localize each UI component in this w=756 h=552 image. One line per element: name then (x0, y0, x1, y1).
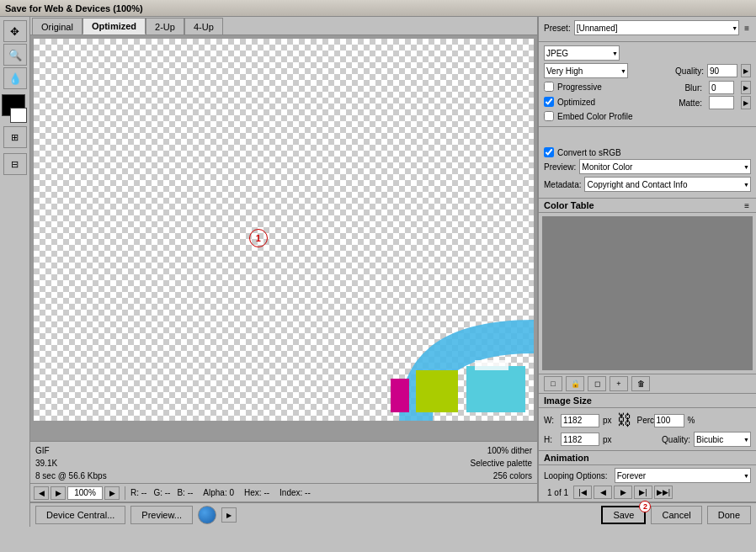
ct-lock-btn[interactable]: 🔒 (566, 376, 584, 391)
quality-preset-select[interactable]: Very High (544, 63, 628, 78)
preset-menu-icon[interactable]: ≡ (743, 24, 751, 33)
nav-prev-btn[interactable]: ◀ (34, 486, 49, 500)
image-map-tool[interactable]: ⊞ (3, 126, 27, 148)
index-label: Index: -- (280, 488, 311, 497)
quality-stepper-up[interactable]: ▶ (741, 64, 751, 77)
preview-label: Preview: (544, 162, 576, 172)
ct-snap-btn[interactable]: ◻ (588, 376, 606, 391)
quality-value[interactable] (707, 64, 737, 77)
title-bar: Save for Web & Devices (100%) (0, 0, 756, 17)
animation-title: Animation (544, 453, 589, 463)
device-central-btn[interactable]: Device Central... (35, 506, 125, 524)
anim-next-btn[interactable]: ▶| (634, 486, 652, 499)
color-table-title: Color Table (544, 200, 594, 210)
format-select-wrapper: JPEG (544, 45, 620, 61)
preview-select-wrapper: Monitor Color (579, 159, 751, 174)
embed-color-label: Embed Color Profile (557, 112, 632, 121)
color-table-header: Color Table ≡ (539, 199, 756, 213)
optimized-checkbox[interactable] (544, 97, 554, 107)
w-unit: px (603, 416, 612, 425)
hand-tool[interactable]: ✥ (3, 20, 27, 42)
convert-label: Convert to sRGB (557, 148, 621, 157)
zoom-tool[interactable]: 🔍 (3, 44, 27, 66)
quality-size-label: Quality: (662, 435, 690, 444)
matte-label: Matte: (679, 98, 702, 108)
looping-label: Looping Options: (544, 471, 608, 480)
cancel-btn[interactable]: Cancel (651, 506, 701, 524)
circle-marker-1: 1 (249, 229, 268, 247)
progressive-row: Progressive (544, 82, 602, 92)
metadata-label: Metadata: (544, 180, 581, 189)
animation-section: Animation Looping Options: Forever 1 of … (539, 450, 756, 502)
anim-end-btn[interactable]: ▶▶| (654, 486, 673, 499)
preset-select[interactable]: [Unnamed] (574, 20, 739, 35)
format-select[interactable]: JPEG (544, 45, 620, 61)
anim-playback: 1 of 1 |◀ ◀ ▶ ▶| ▶▶| (544, 486, 751, 499)
tabs-bar: Original Optimized 2-Up 4-Up (30, 17, 537, 35)
nav-arrow[interactable]: ▶ (221, 507, 237, 523)
tab-4up[interactable]: 4-Up (184, 18, 223, 34)
hex-label: Hex: -- (244, 488, 269, 497)
frame-counter: 1 of 1 (547, 488, 568, 497)
metadata-row: Metadata: Copyright and Contact Info (544, 177, 751, 192)
blur-stepper[interactable]: ▶ (741, 81, 751, 94)
globe-icon[interactable] (198, 506, 216, 524)
percent-input[interactable] (654, 414, 684, 427)
artwork-layer (382, 269, 534, 421)
convert-section: Convert to sRGB Preview: Monitor Color M… (539, 144, 756, 199)
preview-btn[interactable]: Preview... (130, 506, 193, 524)
h-unit: px (603, 435, 612, 444)
ct-new-btn[interactable]: □ (544, 376, 562, 391)
zoom-out-btn[interactable]: ▶ (104, 486, 120, 500)
right-panel: Preset: [Unnamed] ≡ JP (537, 17, 756, 502)
tab-original[interactable]: Original (32, 18, 83, 34)
format-row: JPEG (544, 45, 751, 61)
tab-2up[interactable]: 2-Up (146, 18, 184, 34)
image-size-header: Image Size (539, 394, 756, 408)
ct-delete-btn[interactable]: 🗑 (631, 376, 650, 391)
image-size-title: Image Size (544, 395, 592, 406)
slice-tool[interactable]: ⊟ (3, 153, 27, 175)
g-label: G: -- (153, 488, 170, 497)
convert-checkbox[interactable] (544, 147, 554, 157)
done-btn[interactable]: Done (707, 506, 751, 524)
progressive-label: Progressive (557, 82, 602, 92)
zoom-input[interactable] (67, 486, 103, 500)
svg-rect-1 (416, 370, 458, 412)
w-input[interactable] (561, 414, 599, 427)
color-table-menu-icon[interactable]: ≡ (743, 201, 751, 210)
anim-rewind-btn[interactable]: |◀ (573, 486, 592, 499)
status-palette: Selective palette (471, 457, 532, 470)
svg-rect-2 (466, 366, 525, 412)
color-table-toolbar: □ 🔒 ◻ + 🗑 (539, 374, 756, 393)
preset-section: Preset: [Unnamed] ≡ (539, 17, 756, 42)
preset-label: Preset: (544, 24, 571, 33)
spacer-1 (539, 127, 756, 144)
nav-separator (125, 486, 125, 500)
title-text: Save for Web & Devices (100%) (5, 3, 143, 13)
quality-size-select[interactable]: Bicubic (694, 432, 751, 447)
metadata-select[interactable]: Copyright and Contact Info (584, 177, 751, 192)
artwork-svg (382, 269, 534, 421)
progressive-checkbox[interactable] (544, 82, 554, 92)
nav-next-btn[interactable]: ▶ (51, 486, 66, 500)
status-time: 8 sec @ 56.6 Kbps (35, 470, 107, 482)
preview-select[interactable]: Monitor Color (579, 159, 751, 174)
matte-color[interactable] (709, 96, 734, 109)
h-input[interactable] (561, 433, 599, 446)
tab-optimized[interactable]: Optimized (83, 18, 146, 34)
background-color[interactable] (10, 108, 27, 123)
quality-preset-row: Very High Quality: ▶ (544, 63, 751, 78)
blur-label: Blur: (684, 83, 702, 93)
anim-prev-btn[interactable]: ◀ (594, 486, 612, 499)
quality-size-wrapper: Bicubic (694, 432, 751, 447)
eyedropper-tool[interactable]: 💧 (3, 67, 27, 89)
anim-play-btn[interactable]: ▶ (614, 486, 632, 499)
looping-select[interactable]: Forever (615, 468, 751, 483)
blur-value[interactable] (709, 81, 734, 94)
ct-add-btn[interactable]: + (610, 376, 628, 391)
link-icon[interactable]: ⛓ (617, 411, 632, 429)
embed-color-checkbox[interactable] (544, 111, 554, 121)
quality-preset-wrapper: Very High (544, 63, 628, 78)
matte-stepper[interactable]: ▶ (741, 96, 751, 109)
